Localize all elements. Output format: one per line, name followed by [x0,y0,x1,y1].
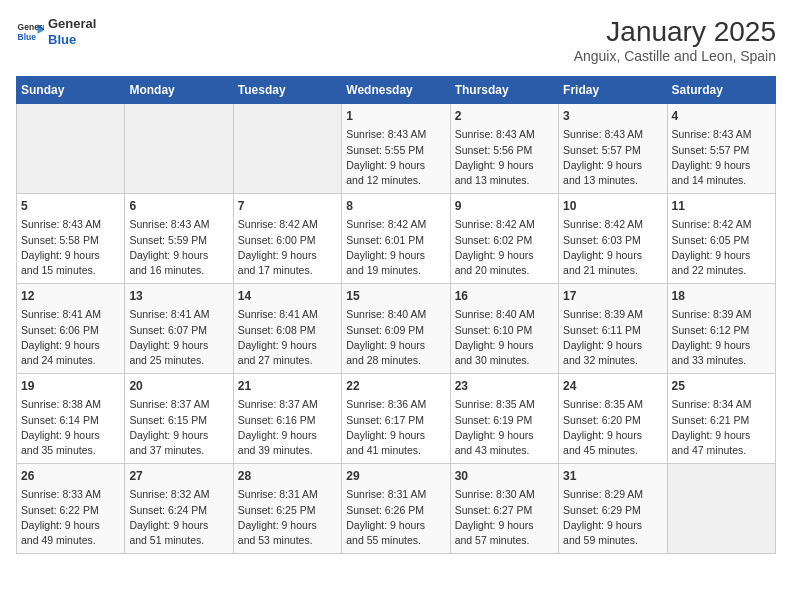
day-info: Sunrise: 8:38 AM Sunset: 6:14 PM Dayligh… [21,397,120,458]
weekday-header-sunday: Sunday [17,77,125,104]
day-info: Sunrise: 8:43 AM Sunset: 5:57 PM Dayligh… [563,127,662,188]
calendar-table: SundayMondayTuesdayWednesdayThursdayFrid… [16,76,776,554]
day-info: Sunrise: 8:32 AM Sunset: 6:24 PM Dayligh… [129,487,228,548]
day-info: Sunrise: 8:37 AM Sunset: 6:16 PM Dayligh… [238,397,337,458]
day-info: Sunrise: 8:43 AM Sunset: 5:58 PM Dayligh… [21,217,120,278]
day-number: 9 [455,198,554,215]
day-number: 10 [563,198,662,215]
day-number: 29 [346,468,445,485]
day-number: 13 [129,288,228,305]
day-info: Sunrise: 8:29 AM Sunset: 6:29 PM Dayligh… [563,487,662,548]
calendar-cell: 13Sunrise: 8:41 AM Sunset: 6:07 PM Dayli… [125,284,233,374]
day-info: Sunrise: 8:41 AM Sunset: 6:07 PM Dayligh… [129,307,228,368]
day-number: 12 [21,288,120,305]
calendar-cell: 25Sunrise: 8:34 AM Sunset: 6:21 PM Dayli… [667,374,775,464]
day-info: Sunrise: 8:30 AM Sunset: 6:27 PM Dayligh… [455,487,554,548]
page-header: General Blue General Blue January 2025 A… [16,16,776,64]
calendar-week-row: 19Sunrise: 8:38 AM Sunset: 6:14 PM Dayli… [17,374,776,464]
calendar-cell: 18Sunrise: 8:39 AM Sunset: 6:12 PM Dayli… [667,284,775,374]
calendar-cell: 24Sunrise: 8:35 AM Sunset: 6:20 PM Dayli… [559,374,667,464]
calendar-week-row: 5Sunrise: 8:43 AM Sunset: 5:58 PM Daylig… [17,194,776,284]
day-number: 17 [563,288,662,305]
day-info: Sunrise: 8:43 AM Sunset: 5:57 PM Dayligh… [672,127,771,188]
day-info: Sunrise: 8:37 AM Sunset: 6:15 PM Dayligh… [129,397,228,458]
day-number: 24 [563,378,662,395]
day-number: 26 [21,468,120,485]
day-info: Sunrise: 8:42 AM Sunset: 6:05 PM Dayligh… [672,217,771,278]
day-info: Sunrise: 8:42 AM Sunset: 6:01 PM Dayligh… [346,217,445,278]
calendar-cell [667,464,775,554]
calendar-cell: 2Sunrise: 8:43 AM Sunset: 5:56 PM Daylig… [450,104,558,194]
day-info: Sunrise: 8:31 AM Sunset: 6:26 PM Dayligh… [346,487,445,548]
calendar-cell: 30Sunrise: 8:30 AM Sunset: 6:27 PM Dayli… [450,464,558,554]
day-number: 11 [672,198,771,215]
day-number: 4 [672,108,771,125]
day-info: Sunrise: 8:39 AM Sunset: 6:11 PM Dayligh… [563,307,662,368]
calendar-cell: 19Sunrise: 8:38 AM Sunset: 6:14 PM Dayli… [17,374,125,464]
day-number: 21 [238,378,337,395]
day-number: 27 [129,468,228,485]
day-info: Sunrise: 8:43 AM Sunset: 5:55 PM Dayligh… [346,127,445,188]
svg-text:Blue: Blue [18,31,37,41]
calendar-cell: 4Sunrise: 8:43 AM Sunset: 5:57 PM Daylig… [667,104,775,194]
calendar-week-row: 26Sunrise: 8:33 AM Sunset: 6:22 PM Dayli… [17,464,776,554]
calendar-cell: 11Sunrise: 8:42 AM Sunset: 6:05 PM Dayli… [667,194,775,284]
day-number: 16 [455,288,554,305]
day-number: 1 [346,108,445,125]
weekday-header-monday: Monday [125,77,233,104]
logo: General Blue General Blue [16,16,96,47]
calendar-cell: 8Sunrise: 8:42 AM Sunset: 6:01 PM Daylig… [342,194,450,284]
calendar-cell: 14Sunrise: 8:41 AM Sunset: 6:08 PM Dayli… [233,284,341,374]
calendar-cell: 21Sunrise: 8:37 AM Sunset: 6:16 PM Dayli… [233,374,341,464]
day-info: Sunrise: 8:39 AM Sunset: 6:12 PM Dayligh… [672,307,771,368]
day-info: Sunrise: 8:43 AM Sunset: 5:59 PM Dayligh… [129,217,228,278]
day-number: 31 [563,468,662,485]
day-number: 19 [21,378,120,395]
calendar-cell: 10Sunrise: 8:42 AM Sunset: 6:03 PM Dayli… [559,194,667,284]
calendar-subtitle: Anguix, Castille and Leon, Spain [574,48,776,64]
day-number: 18 [672,288,771,305]
day-number: 2 [455,108,554,125]
calendar-cell: 3Sunrise: 8:43 AM Sunset: 5:57 PM Daylig… [559,104,667,194]
day-number: 20 [129,378,228,395]
calendar-cell: 29Sunrise: 8:31 AM Sunset: 6:26 PM Dayli… [342,464,450,554]
day-info: Sunrise: 8:34 AM Sunset: 6:21 PM Dayligh… [672,397,771,458]
calendar-cell: 7Sunrise: 8:42 AM Sunset: 6:00 PM Daylig… [233,194,341,284]
day-info: Sunrise: 8:42 AM Sunset: 6:03 PM Dayligh… [563,217,662,278]
calendar-cell: 31Sunrise: 8:29 AM Sunset: 6:29 PM Dayli… [559,464,667,554]
day-number: 8 [346,198,445,215]
calendar-cell: 12Sunrise: 8:41 AM Sunset: 6:06 PM Dayli… [17,284,125,374]
calendar-cell: 23Sunrise: 8:35 AM Sunset: 6:19 PM Dayli… [450,374,558,464]
calendar-cell: 6Sunrise: 8:43 AM Sunset: 5:59 PM Daylig… [125,194,233,284]
weekday-header-wednesday: Wednesday [342,77,450,104]
calendar-cell [125,104,233,194]
day-number: 28 [238,468,337,485]
day-number: 5 [21,198,120,215]
calendar-cell: 5Sunrise: 8:43 AM Sunset: 5:58 PM Daylig… [17,194,125,284]
calendar-title: January 2025 [574,16,776,48]
weekday-header-friday: Friday [559,77,667,104]
calendar-cell: 28Sunrise: 8:31 AM Sunset: 6:25 PM Dayli… [233,464,341,554]
day-number: 14 [238,288,337,305]
calendar-cell: 16Sunrise: 8:40 AM Sunset: 6:10 PM Dayli… [450,284,558,374]
day-info: Sunrise: 8:42 AM Sunset: 6:02 PM Dayligh… [455,217,554,278]
logo-icon: General Blue [16,18,44,46]
weekday-header-saturday: Saturday [667,77,775,104]
calendar-cell: 1Sunrise: 8:43 AM Sunset: 5:55 PM Daylig… [342,104,450,194]
calendar-cell: 27Sunrise: 8:32 AM Sunset: 6:24 PM Dayli… [125,464,233,554]
calendar-cell: 20Sunrise: 8:37 AM Sunset: 6:15 PM Dayli… [125,374,233,464]
logo-text-general: General [48,16,96,32]
day-number: 15 [346,288,445,305]
day-info: Sunrise: 8:40 AM Sunset: 6:09 PM Dayligh… [346,307,445,368]
day-info: Sunrise: 8:33 AM Sunset: 6:22 PM Dayligh… [21,487,120,548]
day-info: Sunrise: 8:31 AM Sunset: 6:25 PM Dayligh… [238,487,337,548]
weekday-header-thursday: Thursday [450,77,558,104]
day-number: 22 [346,378,445,395]
day-number: 30 [455,468,554,485]
day-number: 25 [672,378,771,395]
day-number: 7 [238,198,337,215]
day-info: Sunrise: 8:40 AM Sunset: 6:10 PM Dayligh… [455,307,554,368]
day-info: Sunrise: 8:35 AM Sunset: 6:19 PM Dayligh… [455,397,554,458]
day-info: Sunrise: 8:35 AM Sunset: 6:20 PM Dayligh… [563,397,662,458]
calendar-cell: 9Sunrise: 8:42 AM Sunset: 6:02 PM Daylig… [450,194,558,284]
